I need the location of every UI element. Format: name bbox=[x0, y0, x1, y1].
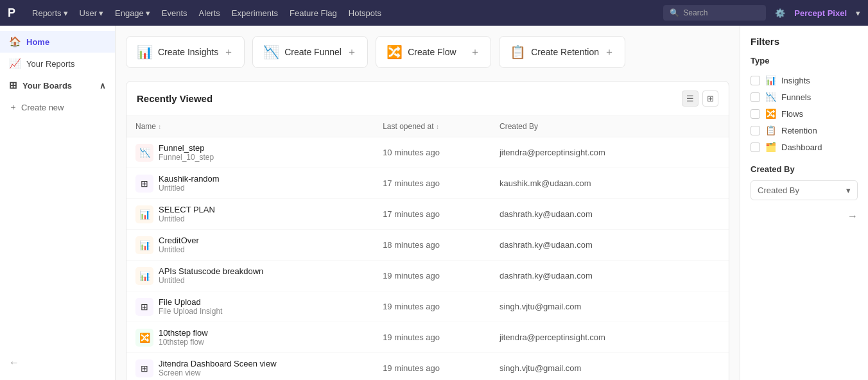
table-row[interactable]: ⊞ Jitendra Dashboard Sceen view Screen v… bbox=[126, 353, 729, 381]
nav-user[interactable]: User ▾ bbox=[80, 8, 103, 18]
col-name[interactable]: Name ↕ bbox=[126, 116, 374, 137]
filter-type-item[interactable]: 📋 Retention bbox=[751, 122, 858, 139]
search-box[interactable]: 🔍 Search bbox=[663, 5, 766, 21]
item-email: jitendra@perceptinsight.com bbox=[499, 332, 605, 342]
create-insights-card[interactable]: 📊 Create Insights ＋ bbox=[126, 36, 245, 68]
view-toggle-buttons: ☰ ⊞ bbox=[682, 91, 718, 107]
table-row[interactable]: 🔀 10thstep flow 10thstep flow 19 minutes… bbox=[126, 322, 729, 353]
item-sub: Funnel_10_step bbox=[159, 153, 214, 162]
flow-card-icon: 🔀 bbox=[386, 44, 403, 60]
list-view-button[interactable]: ☰ bbox=[682, 91, 699, 107]
filter-checkbox[interactable] bbox=[751, 109, 760, 119]
table-row[interactable]: ⊞ Kaushik-random Untitled 17 minutes ago… bbox=[126, 168, 729, 199]
item-type-icon: 📊 bbox=[135, 267, 153, 285]
item-cell: ⊞ Kaushik-random Untitled bbox=[135, 174, 365, 193]
sidebar-item-home[interactable]: 🏠 Home bbox=[0, 31, 115, 53]
boards-icon: ⊞ bbox=[9, 80, 17, 91]
filter-type-label: Flows bbox=[781, 109, 803, 119]
item-sub: File Upload Insight bbox=[159, 307, 222, 316]
nav-experiments[interactable]: Experiments bbox=[232, 8, 278, 18]
filter-checkbox[interactable] bbox=[751, 126, 760, 135]
recently-viewed-header: Recently Viewed ☰ ⊞ bbox=[126, 82, 729, 116]
insights-plus-icon: ＋ bbox=[223, 46, 234, 59]
create-flow-card[interactable]: 🔀 Create Flow ＋ bbox=[376, 36, 491, 68]
filter-type-item[interactable]: 🗂️ Dashboard bbox=[751, 139, 858, 155]
sidebar-create-new[interactable]: ＋ Create new bbox=[0, 96, 115, 118]
recently-viewed-table: Name ↕ Last opened at ↕ Created By 📉 bbox=[126, 116, 729, 380]
item-time: 19 minutes ago bbox=[383, 302, 440, 311]
item-email: dashrath.ky@udaan.com bbox=[499, 209, 593, 219]
item-time: 19 minutes ago bbox=[383, 332, 440, 342]
item-cell: 📊 APIs Statuscode breakdown Untitled bbox=[135, 266, 365, 285]
grid-view-button[interactable]: ⊞ bbox=[702, 91, 718, 107]
sidebar-item-reports[interactable]: 📈 Your Reports bbox=[0, 53, 115, 74]
last-opened-sort-icon: ↕ bbox=[436, 123, 439, 130]
item-name: Funnel_step bbox=[159, 143, 214, 153]
item-type-icon: 📊 bbox=[135, 205, 153, 223]
nav-feature-flag[interactable]: Feature Flag bbox=[290, 8, 337, 18]
created-by-chevron-icon: ▾ bbox=[846, 186, 851, 195]
brand-name: Percept Pixel bbox=[794, 8, 847, 18]
sidebar-item-boards[interactable]: ⊞ Your Boards ∧ bbox=[0, 74, 115, 96]
item-cell: 🔀 10thstep flow 10thstep flow bbox=[135, 328, 365, 347]
item-sub: Screen view bbox=[159, 368, 277, 377]
filter-checkbox[interactable] bbox=[751, 76, 760, 85]
item-type-icon: 📉 bbox=[135, 144, 153, 162]
filter-type-icon: 📋 bbox=[765, 125, 776, 135]
col-created-by: Created By bbox=[490, 116, 729, 137]
item-type-icon: 📊 bbox=[135, 236, 153, 254]
filter-type-label: Type bbox=[751, 56, 858, 65]
item-email: kaushik.mk@udaan.com bbox=[499, 178, 591, 188]
reports-icon: 📈 bbox=[9, 58, 21, 69]
home-icon: 🏠 bbox=[9, 36, 21, 48]
retention-card-icon: 📋 bbox=[510, 44, 526, 60]
brand-dropdown-icon[interactable]: ▾ bbox=[856, 8, 860, 18]
item-name: File Upload bbox=[159, 297, 222, 307]
item-time: 17 minutes ago bbox=[383, 209, 440, 219]
nav-events[interactable]: Events bbox=[162, 8, 187, 18]
filter-checkbox[interactable] bbox=[751, 92, 760, 102]
nav-reports[interactable]: Reports ▾ bbox=[32, 8, 68, 18]
col-last-opened[interactable]: Last opened at ↕ bbox=[374, 116, 490, 137]
item-time: 19 minutes ago bbox=[383, 363, 440, 373]
filter-type-label: Retention bbox=[781, 126, 817, 135]
recently-viewed-section: Recently Viewed ☰ ⊞ Name ↕ Last opened a… bbox=[126, 81, 729, 380]
sidebar-collapse-button[interactable]: ← bbox=[9, 357, 19, 368]
filter-checkbox[interactable] bbox=[751, 142, 760, 152]
nav-alerts[interactable]: Alerts bbox=[199, 8, 220, 18]
table-row[interactable]: 📊 SELECT PLAN Untitled 17 minutes ago da… bbox=[126, 199, 729, 230]
item-sub: Untitled bbox=[159, 184, 220, 193]
create-funnel-card[interactable]: 📉 Create Funnel ＋ bbox=[252, 36, 368, 68]
settings-icon[interactable]: ⚙️ bbox=[775, 8, 785, 18]
item-sub: 10thstep flow bbox=[159, 338, 208, 347]
search-placeholder: Search bbox=[683, 8, 707, 17]
filter-type-label: Funnels bbox=[781, 92, 811, 102]
create-retention-card[interactable]: 📋 Create Retention ＋ bbox=[499, 36, 625, 68]
table-row[interactable]: ⊞ File Upload File Upload Insight 19 min… bbox=[126, 291, 729, 322]
item-email: dashrath.ky@udaan.com bbox=[499, 240, 593, 250]
created-by-placeholder: Created By bbox=[758, 186, 799, 195]
right-panel-collapse-button[interactable]: → bbox=[847, 211, 858, 221]
table-row[interactable]: 📊 CreditOver Untitled 18 minutes ago das… bbox=[126, 230, 729, 261]
item-name: APIs Statuscode breakdown bbox=[159, 266, 263, 276]
create-retention-label: Create Retention bbox=[531, 47, 599, 57]
funnel-card-icon: 📉 bbox=[263, 44, 279, 60]
table-row[interactable]: 📊 APIs Statuscode breakdown Untitled 19 … bbox=[126, 261, 729, 291]
filter-type-item[interactable]: 🔀 Flows bbox=[751, 105, 858, 122]
insights-card-icon: 📊 bbox=[137, 44, 153, 60]
nav-hotspots[interactable]: Hotspots bbox=[349, 8, 381, 18]
item-name: SELECT PLAN bbox=[159, 205, 215, 214]
filter-type-item[interactable]: 📊 Insights bbox=[751, 72, 858, 89]
create-funnel-label: Create Funnel bbox=[284, 47, 342, 57]
nav-engage[interactable]: Engage ▾ bbox=[115, 8, 150, 18]
filter-type-item[interactable]: 📉 Funnels bbox=[751, 89, 858, 105]
create-new-label: Create new bbox=[21, 103, 64, 112]
retention-plus-icon: ＋ bbox=[604, 46, 614, 59]
item-time: 19 minutes ago bbox=[383, 271, 440, 281]
item-cell: ⊞ File Upload File Upload Insight bbox=[135, 297, 365, 316]
funnel-plus-icon: ＋ bbox=[347, 46, 357, 59]
item-time: 17 minutes ago bbox=[383, 178, 440, 188]
table-row[interactable]: 📉 Funnel_step Funnel_10_step 10 minutes … bbox=[126, 137, 729, 168]
created-by-dropdown[interactable]: Created By ▾ bbox=[751, 180, 858, 200]
item-name: CreditOver bbox=[159, 236, 199, 245]
